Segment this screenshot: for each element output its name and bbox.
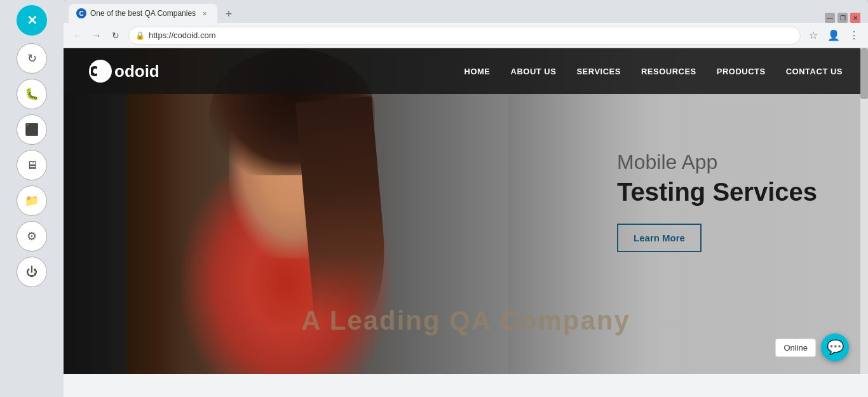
power-icon: ⏻	[26, 266, 37, 279]
sync-icon-button[interactable]: ↻	[17, 43, 47, 74]
account-icon: 👤	[827, 29, 840, 41]
svg-point-0	[92, 63, 109, 79]
bookmark-button[interactable]: ☆	[804, 27, 822, 44]
menu-button[interactable]: ⋮	[845, 27, 863, 44]
close-button[interactable]: ✕	[17, 5, 47, 36]
folder-icon: 📁	[25, 194, 39, 208]
chat-status: Online	[775, 339, 816, 357]
address-bar: ← → ↻ 🔒 https://codoid.com ☆ 👤 ⋮	[64, 23, 868, 48]
ssl-lock-icon: 🔒	[135, 31, 145, 40]
sync-icon: ↻	[27, 51, 37, 65]
monitor-icon: 🖥	[26, 159, 37, 172]
monitor-icon-button[interactable]: 🖥	[17, 150, 47, 180]
minimize-icon: —	[827, 15, 833, 22]
nav-about[interactable]: ABOUT US	[511, 67, 557, 76]
window-close-button[interactable]: ✕	[850, 13, 860, 23]
bug-icon: 🐛	[25, 87, 39, 101]
reload-button[interactable]: ↻	[107, 27, 125, 44]
url-text: https://codoid.com	[149, 30, 794, 40]
nav-contact[interactable]: CONTACT US	[786, 67, 843, 76]
settings-icon-button[interactable]: ⚙	[17, 221, 47, 252]
browser-window: C One of the best QA Companies × + — ❐ ✕…	[64, 0, 868, 397]
logo-text: odoid	[114, 62, 159, 81]
screen-icon-button[interactable]: ⬛	[17, 114, 47, 145]
gear-icon: ⚙	[27, 229, 37, 243]
hero-section: odoid HOME ABOUT US SERVICES RESOURCES P…	[64, 48, 868, 374]
tab-title: One of the best QA Companies	[90, 9, 196, 18]
nav-products[interactable]: PRODUCTS	[717, 67, 766, 76]
folder-icon-button[interactable]: 📁	[17, 185, 47, 216]
star-icon: ☆	[809, 29, 818, 41]
back-button[interactable]: ←	[69, 27, 86, 44]
site-logo: odoid	[89, 60, 159, 83]
forward-button[interactable]: →	[88, 27, 105, 44]
sidebar: ✕ ↻ 🐛 ⬛ 🖥 📁 ⚙ ⏻	[0, 0, 64, 397]
chat-button[interactable]: 💬	[821, 333, 849, 361]
plus-icon: +	[226, 8, 233, 21]
bug-icon-button[interactable]: 🐛	[17, 79, 47, 109]
browser-tab[interactable]: C One of the best QA Companies ×	[69, 4, 217, 23]
profile-button[interactable]: 👤	[825, 27, 843, 44]
logo-svg	[91, 62, 110, 81]
address-actions: ☆ 👤 ⋮	[804, 27, 863, 44]
chat-icon: 💬	[827, 339, 844, 356]
maximize-button[interactable]: ❐	[837, 13, 848, 23]
power-icon-button[interactable]: ⏻	[17, 257, 47, 287]
minimize-button[interactable]: —	[825, 13, 835, 23]
tab-close-button[interactable]: ×	[200, 8, 210, 18]
navigation-buttons: ← → ↻	[69, 27, 125, 44]
hero-tagline: A Leading QA Company	[64, 306, 868, 336]
nav-home[interactable]: HOME	[465, 67, 491, 76]
tab-bar: C One of the best QA Companies × + — ❐ ✕	[64, 0, 868, 23]
nav-resources[interactable]: RESOURCES	[641, 67, 696, 76]
window-close-icon: ✕	[853, 15, 858, 22]
logo-icon	[89, 60, 112, 83]
scrollbar-thumb[interactable]	[860, 48, 868, 99]
hero-subtitle: Mobile App	[617, 151, 817, 174]
hero-text-block: Mobile App Testing Services Learn More	[617, 151, 817, 252]
screen-icon: ⬛	[25, 123, 39, 137]
learn-more-button[interactable]: Learn More	[617, 224, 702, 252]
tab-favicon: C	[76, 8, 86, 18]
maximize-icon: ❐	[840, 15, 846, 22]
nav-services[interactable]: SERVICES	[576, 67, 621, 76]
chat-widget: Online 💬	[775, 333, 849, 361]
nav-links: HOME ABOUT US SERVICES RESOURCES PRODUCT…	[465, 67, 843, 76]
scrollbar[interactable]	[860, 48, 868, 374]
site-navigation: odoid HOME ABOUT US SERVICES RESOURCES P…	[64, 48, 868, 94]
url-bar[interactable]: 🔒 https://codoid.com	[128, 27, 801, 44]
hero-title: Testing Services	[617, 178, 817, 206]
close-icon: ✕	[27, 13, 37, 28]
new-tab-button[interactable]: +	[220, 5, 238, 23]
dots-icon: ⋮	[849, 29, 859, 41]
website-content: odoid HOME ABOUT US SERVICES RESOURCES P…	[64, 48, 868, 374]
tagline-text: A Leading QA Company	[301, 306, 630, 335]
